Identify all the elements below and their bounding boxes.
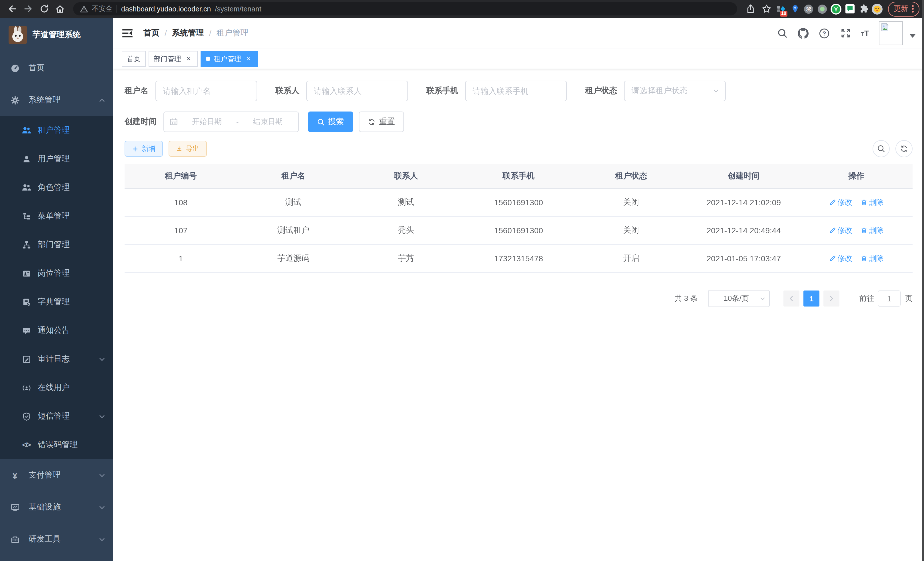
browser-update-button[interactable]: 更新 — [888, 2, 920, 16]
browser-back-button[interactable] — [4, 2, 20, 16]
browser-menu-icon[interactable] — [912, 5, 914, 13]
sidebar-item-role[interactable]: 角色管理 — [0, 173, 113, 202]
sidebar-item-label: 错误码管理 — [38, 440, 78, 450]
fullscreen-icon[interactable] — [840, 27, 851, 39]
extension-tabs-icon[interactable]: 10 — [775, 3, 788, 15]
status-select[interactable]: 请选择租户状态 — [624, 81, 726, 101]
github-icon[interactable] — [798, 27, 809, 39]
contact-input[interactable] — [306, 81, 408, 101]
sidebar-item-system[interactable]: 系统管理 — [0, 84, 113, 116]
add-button-label: 新增 — [142, 144, 155, 153]
svg-text:⌘: ⌘ — [806, 6, 812, 12]
goto-page-input[interactable] — [878, 290, 901, 307]
breadcrumb-separator: / — [209, 29, 212, 38]
sidebar-item-tenant[interactable]: 租户管理 — [0, 116, 113, 145]
edit-pencil-icon — [829, 227, 836, 234]
edit-link[interactable]: 修改 — [829, 225, 852, 236]
cell-contact: 秃头 — [350, 225, 462, 236]
sidebar-collapse-button[interactable] — [122, 27, 134, 39]
sidebar-item-notice[interactable]: 通知公告 — [0, 316, 113, 345]
breadcrumb-home[interactable]: 首页 — [143, 28, 159, 38]
bookmark-star-button[interactable] — [759, 2, 774, 16]
sidebar-item-infra[interactable]: 基础设施 — [0, 491, 113, 523]
help-icon[interactable]: ? — [819, 27, 830, 39]
edit-link[interactable]: 修改 — [829, 253, 852, 264]
toggle-search-button[interactable] — [873, 140, 890, 157]
cell-id: 107 — [124, 226, 237, 235]
screen: 不安全 dashboard.yudao.iocoder.cn /system/t… — [0, 0, 924, 561]
extension-y-icon[interactable]: Y — [830, 3, 842, 15]
chevron-down-icon — [99, 504, 105, 510]
tab-tenant[interactable]: 租户管理 — [201, 51, 258, 67]
refresh-table-button[interactable] — [896, 140, 913, 157]
extension-pin-icon[interactable] — [789, 3, 801, 15]
sidebar-item-dept[interactable]: 部门管理 — [0, 230, 113, 259]
profile-avatar-icon[interactable] — [871, 3, 884, 15]
sidebar-item-user[interactable]: 用户管理 — [0, 145, 113, 173]
reset-button[interactable]: 重置 — [359, 111, 404, 132]
browser-reload-button[interactable] — [37, 2, 51, 16]
sidebar-item-home[interactable]: 首页 — [0, 52, 113, 84]
end-date-placeholder: 结束日期 — [243, 117, 292, 127]
sidebar-item-pay[interactable]: ¥ 支付管理 — [0, 459, 113, 491]
breadcrumb-system[interactable]: 系统管理 — [172, 28, 204, 38]
sidebar-item-label: 岗位管理 — [38, 268, 70, 278]
sidebar-item-sms[interactable]: 短信管理 — [0, 402, 113, 431]
sidebar-item-label: 研发工具 — [28, 534, 61, 544]
mobile-input[interactable] — [465, 81, 567, 101]
sidebar-item-online-user[interactable]: 在线用户 — [0, 373, 113, 402]
prev-page-button[interactable] — [783, 290, 800, 307]
tab-home[interactable]: 首页 — [122, 51, 146, 67]
tab-close-icon[interactable] — [244, 55, 253, 63]
page-size-select[interactable]: 10条/页 — [708, 290, 770, 307]
edit-pencil-icon — [829, 199, 836, 206]
share-button[interactable] — [743, 2, 758, 16]
delete-link[interactable]: 删除 — [860, 225, 884, 236]
cell-mobile: 15601691300 — [462, 226, 575, 235]
page-number-button[interactable]: 1 — [803, 290, 819, 307]
sidebar-item-dev-tools[interactable]: 研发工具 — [0, 523, 113, 555]
export-button-label: 导出 — [186, 144, 200, 153]
extension-command-icon[interactable]: ⌘ — [802, 3, 815, 15]
search-button[interactable]: 搜索 — [308, 111, 353, 132]
extension-chat-icon[interactable] — [843, 3, 856, 15]
delete-link[interactable]: 删除 — [860, 253, 884, 264]
table-row: 1 芋道源码 芋艿 17321315478 开启 2021-01-05 17:0… — [124, 245, 913, 273]
user-avatar[interactable] — [879, 21, 903, 45]
dict-book-icon — [22, 297, 31, 307]
tab-label: 首页 — [127, 54, 141, 64]
gear-icon — [10, 96, 20, 105]
next-page-button[interactable] — [824, 290, 839, 307]
message-icon — [22, 326, 31, 335]
create-time-range-picker[interactable]: 开始日期 - 结束日期 — [164, 111, 299, 132]
tab-close-icon[interactable] — [184, 55, 193, 63]
app-logo[interactable]: 芋道管理系统 — [0, 19, 113, 51]
sidebar-item-post[interactable]: 岗位管理 — [0, 259, 113, 288]
start-date-placeholder: 开始日期 — [182, 117, 232, 127]
cell-name: 测试 — [237, 197, 350, 208]
delete-link[interactable]: 删除 — [860, 197, 884, 208]
sidebar-item-audit-log[interactable]: 审计日志 — [0, 345, 113, 373]
code-icon: </> — [22, 440, 31, 450]
tab-dept[interactable]: 部门管理 — [148, 51, 198, 67]
sidebar-item-menu[interactable]: 菜单管理 — [0, 202, 113, 230]
tenant-name-input[interactable] — [155, 81, 257, 101]
svg-text:Y: Y — [834, 6, 838, 12]
edit-link[interactable]: 修改 — [829, 197, 852, 208]
extension-recorder-icon[interactable] — [816, 3, 829, 15]
sidebar-item-dict[interactable]: 字典管理 — [0, 288, 113, 316]
extensions-puzzle-icon[interactable] — [857, 3, 870, 15]
avatar-caret-icon[interactable] — [910, 34, 915, 38]
url-host: dashboard.yudao.iocoder.cn — [121, 5, 211, 13]
shield-check-icon — [22, 412, 31, 421]
browser-home-button[interactable] — [52, 2, 68, 16]
sidebar-item-error-code[interactable]: </> 错误码管理 — [0, 431, 113, 459]
cell-name: 芋道源码 — [237, 253, 350, 264]
export-button[interactable]: 导出 — [169, 141, 207, 157]
font-size-icon[interactable]: TT — [861, 29, 869, 38]
browser-forward-button[interactable] — [21, 2, 35, 16]
add-button[interactable]: 新增 — [124, 141, 163, 157]
header-search-icon[interactable] — [777, 27, 788, 39]
address-bar[interactable]: 不安全 dashboard.yudao.iocoder.cn /system/t… — [73, 2, 737, 15]
toolbox-icon — [10, 535, 20, 544]
